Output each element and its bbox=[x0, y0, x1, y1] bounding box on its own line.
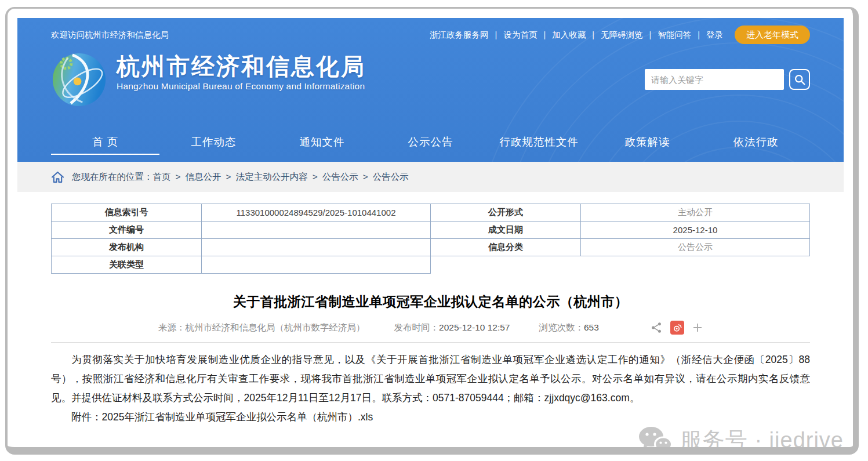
breadcrumb-announcements-current[interactable]: 公告公示 bbox=[358, 171, 409, 183]
source-value: 杭州市经济和信息化局（杭州市数字经济局） bbox=[186, 322, 365, 332]
related-type-label: 关联类型 bbox=[52, 256, 202, 274]
nav-item-public-announcements[interactable]: 公示公告 bbox=[376, 121, 485, 162]
article-paragraph: 为贯彻落实关于加快培育发展制造业优质企业的指导意见，以及《关于开展首批浙江省制造… bbox=[51, 350, 810, 408]
publish-time-value: 2025-12-10 12:57 bbox=[439, 322, 510, 332]
related-type-value bbox=[201, 256, 430, 274]
document-number-label: 文件编号 bbox=[52, 222, 202, 239]
table-row: 文件编号 成文日期 2025-12-10 bbox=[52, 222, 810, 239]
empty-cell bbox=[580, 256, 809, 274]
search-box bbox=[645, 69, 810, 90]
topbar-link-zhejiang-gov-portal[interactable]: 浙江政务服务网 bbox=[430, 30, 489, 41]
search-icon bbox=[794, 74, 806, 86]
nav-item-policy-interpretation[interactable]: 政策解读 bbox=[593, 121, 702, 162]
nav-item-notices[interactable]: 通知文件 bbox=[268, 121, 376, 162]
table-row: 信息索引号 113301000024894529/2025-1010441002… bbox=[52, 204, 810, 222]
breadcrumb-home[interactable]: 首页 bbox=[153, 171, 171, 183]
info-index-label: 信息索引号 bbox=[52, 204, 202, 222]
topbar: 欢迎访问杭州市经济和信息化局 浙江政务服务网 设为首页 加入收藏 无障碍浏览 智… bbox=[17, 18, 844, 48]
breadcrumb-info-disclosure[interactable]: 信息公开 bbox=[171, 171, 221, 183]
disclosure-form-value: 主动公开 bbox=[580, 204, 809, 222]
search-input[interactable] bbox=[645, 69, 784, 90]
breadcrumb: 您现在所在的位置： 首页 信息公开 法定主动公开内容 公告公示 公告公示 bbox=[17, 162, 844, 192]
views-value: 653 bbox=[584, 322, 599, 332]
publish-time-label: 发布时间： bbox=[394, 322, 440, 332]
issuing-agency-label: 发布机构 bbox=[52, 239, 202, 256]
page-frame: 欢迎访问杭州市经济和信息化局 浙江政务服务网 设为首页 加入收藏 无障碍浏览 智… bbox=[5, 7, 859, 455]
attachment-line: 附件：2025年浙江省制造业单项冠军企业拟公示名单（杭州市）.xls bbox=[51, 408, 810, 427]
breadcrumb-announcements[interactable]: 公告公示 bbox=[308, 171, 358, 183]
weibo-share-icon[interactable] bbox=[670, 321, 684, 335]
empty-cell bbox=[430, 256, 580, 274]
search-button[interactable] bbox=[789, 69, 810, 90]
info-index-value: 113301000024894529/2025-1010441002 bbox=[201, 204, 430, 222]
info-category-value: 公告公示 bbox=[580, 239, 809, 256]
info-category-label: 信息分类 bbox=[430, 239, 580, 256]
site-header: 欢迎访问杭州市经济和信息化局 浙江政务服务网 设为首页 加入收藏 无障碍浏览 智… bbox=[17, 18, 844, 162]
disclosure-form-label: 公开形式 bbox=[430, 204, 580, 222]
share-icon[interactable] bbox=[651, 322, 662, 333]
home-icon[interactable] bbox=[51, 171, 64, 183]
issue-date-label: 成文日期 bbox=[430, 222, 580, 239]
topbar-link-accessibility[interactable]: 无障碍浏览 bbox=[586, 30, 642, 41]
site-title: 杭州市经济和信息化局 bbox=[117, 53, 366, 79]
article-body: 为贯彻落实关于加快培育发展制造业优质企业的指导意见，以及《关于开展首批浙江省制造… bbox=[51, 350, 810, 427]
bureau-logo-icon bbox=[51, 52, 107, 108]
views-label: 浏览次数： bbox=[539, 322, 584, 332]
topbar-link-smart-qa[interactable]: 智能问答 bbox=[642, 30, 691, 41]
table-row: 发布机构 信息分类 公告公示 bbox=[52, 239, 810, 256]
attachment-label: 附件： bbox=[71, 411, 102, 423]
article-title: 关于首批浙江省制造业单项冠军企业拟认定名单的公示（杭州市） bbox=[51, 293, 810, 311]
more-share-icon[interactable] bbox=[692, 322, 703, 333]
breadcrumb-prefix: 您现在所在的位置： bbox=[72, 171, 153, 183]
watermark: 服务号 · jiedrive bbox=[637, 425, 844, 455]
brand-row: 杭州市经济和信息化局 Hangzhou Municipal Bureau of … bbox=[17, 52, 844, 108]
share-bar bbox=[642, 321, 703, 335]
source-label: 来源： bbox=[158, 322, 186, 332]
topbar-link-add-favorite[interactable]: 加入收藏 bbox=[537, 30, 586, 41]
topbar-link-set-homepage[interactable]: 设为首页 bbox=[489, 30, 537, 41]
main-nav: 首 页 工作动态 通知文件 公示公告 行政规范性文件 政策解读 依法行政 bbox=[17, 121, 844, 162]
nav-item-administrative-normative-documents[interactable]: 行政规范性文件 bbox=[485, 121, 593, 162]
breadcrumb-statutory-disclosure[interactable]: 法定主动公开内容 bbox=[221, 171, 308, 183]
document-number-value bbox=[201, 222, 430, 239]
article-page: 信息索引号 113301000024894529/2025-1010441002… bbox=[17, 204, 844, 455]
article-meta: 来源：杭州市经济和信息化局（杭州市数字经济局） 发布时间：2025-12-10 … bbox=[51, 321, 810, 335]
document-info-table: 信息索引号 113301000024894529/2025-1010441002… bbox=[51, 204, 810, 274]
welcome-text: 欢迎访问杭州市经济和信息化局 bbox=[51, 30, 169, 41]
site-subtitle-english: Hangzhou Municipal Bureau of Economy and… bbox=[117, 81, 366, 92]
nav-item-home[interactable]: 首 页 bbox=[51, 121, 159, 162]
watermark-text: 服务号 · jiedrive bbox=[680, 426, 844, 455]
issue-date-value: 2025-12-10 bbox=[580, 222, 809, 239]
nav-item-work-news[interactable]: 工作动态 bbox=[159, 121, 268, 162]
table-row: 关联类型 bbox=[52, 256, 810, 274]
nav-item-law-based-administration[interactable]: 依法行政 bbox=[702, 121, 810, 162]
topbar-link-login[interactable]: 登录 bbox=[691, 30, 723, 41]
meta-divider bbox=[51, 342, 810, 343]
wechat-icon bbox=[637, 425, 673, 455]
issuing-agency-value bbox=[201, 239, 430, 256]
elder-mode-button[interactable]: 进入老年模式 bbox=[735, 26, 810, 44]
attachment-file-link[interactable]: 2025年浙江省制造业单项冠军企业拟公示名单（杭州市）.xls bbox=[102, 411, 373, 423]
